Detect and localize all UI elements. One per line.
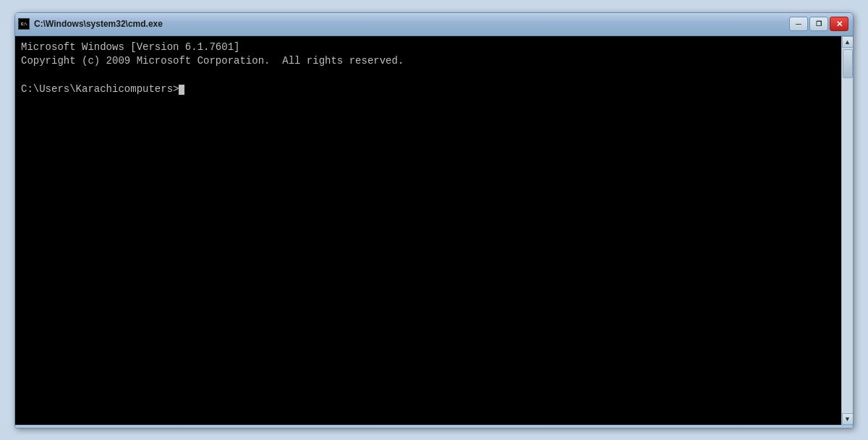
cmd-icon: C:\ [18, 18, 30, 30]
minimize-button[interactable]: ─ [789, 17, 808, 31]
scroll-down-button[interactable]: ▼ [842, 413, 854, 425]
terminal-line2: Copyright (c) 2009 Microsoft Corporation… [21, 55, 404, 67]
title-bar-left: C:\ C:\Windows\system32\cmd.exe [18, 18, 163, 30]
title-bar: C:\ C:\Windows\system32\cmd.exe ─ ❐ ✕ [15, 13, 853, 36]
cmd-icon-label: C:\ [21, 22, 27, 27]
cmd-window: C:\ C:\Windows\system32\cmd.exe ─ ❐ ✕ Mi… [14, 12, 854, 428]
title-bar-buttons: ─ ❐ ✕ [789, 17, 848, 31]
terminal-output[interactable]: Microsoft Windows [Version 6.1.7601] Cop… [15, 36, 841, 425]
status-bar [15, 425, 853, 428]
scroll-thumb[interactable] [843, 49, 853, 78]
scroll-up-button[interactable]: ▲ [842, 36, 854, 48]
terminal-prompt: C:\Users\Karachicomputers> [21, 83, 179, 95]
window-body: Microsoft Windows [Version 6.1.7601] Cop… [15, 36, 853, 425]
cursor [179, 85, 184, 95]
scrollbar: ▲ ▼ [841, 36, 853, 425]
window-title: C:\Windows\system32\cmd.exe [34, 19, 163, 29]
maximize-button[interactable]: ❐ [809, 17, 828, 31]
terminal-line1: Microsoft Windows [Version 6.1.7601] [21, 41, 239, 53]
scroll-track[interactable] [842, 48, 853, 413]
close-button[interactable]: ✕ [830, 17, 848, 31]
